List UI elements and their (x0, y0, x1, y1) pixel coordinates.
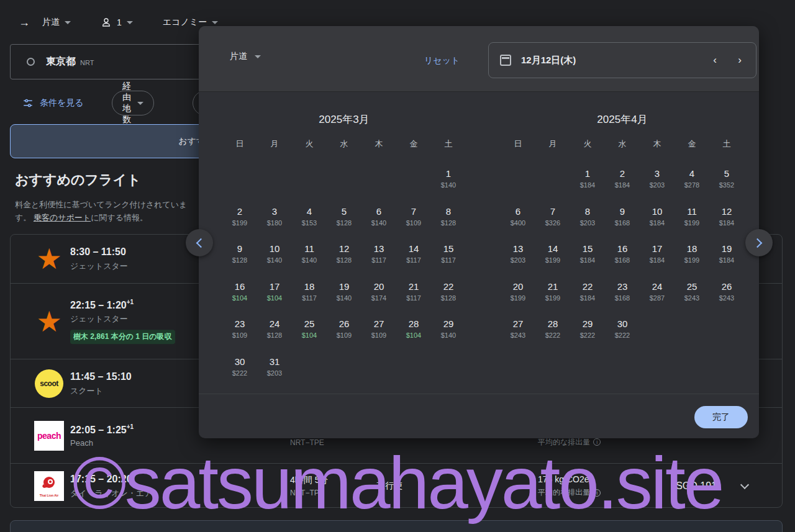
calendar-day[interactable]: 13$117 (361, 240, 396, 278)
calendar-day[interactable]: 23$168 (605, 278, 640, 316)
calendar-day[interactable]: 8$128 (431, 203, 466, 241)
calendar-day[interactable]: 10$184 (640, 203, 675, 241)
day-price: $168 (615, 219, 630, 227)
calendar-day[interactable]: 17$104 (257, 278, 292, 316)
calendar-day[interactable]: 16$168 (605, 240, 640, 278)
calendar-day[interactable]: 25$243 (675, 278, 709, 316)
day-price: $140 (337, 294, 352, 302)
day-price: $400 (511, 219, 525, 227)
calendar-day[interactable]: 5$352 (709, 165, 744, 203)
flight-duration: 4時間 5分 (290, 475, 328, 486)
calendar-day[interactable]: 11$140 (292, 240, 327, 278)
calendar-day[interactable]: 14$117 (396, 240, 431, 278)
calendar-day[interactable]: 18$199 (675, 240, 709, 278)
weekday-label: 火 (292, 133, 327, 155)
calendar-day[interactable]: 27$243 (501, 315, 535, 353)
calendar-day[interactable]: 17$184 (640, 240, 675, 278)
calendar-day[interactable]: 8$203 (570, 203, 605, 241)
calendar-day[interactable]: 6$140 (361, 203, 396, 241)
calendar-day[interactable]: 23$109 (222, 315, 257, 353)
calendar-day[interactable]: 29$222 (570, 315, 605, 353)
passenger-support-link[interactable]: 乗客のサポート (34, 213, 91, 222)
airline-logo: Thai Lion Air (29, 464, 69, 508)
calendar-day[interactable]: 26$109 (327, 315, 361, 353)
expand-flight-icon[interactable] (740, 480, 749, 489)
departure-date-field[interactable]: 12月12日(木) ‹ › (488, 42, 756, 78)
day-number: 7 (550, 205, 555, 218)
calendar-day[interactable]: 15$117 (431, 240, 466, 278)
next-day-button[interactable]: › (729, 43, 751, 78)
calendar-day[interactable]: 7$326 (535, 203, 570, 241)
calendar-day[interactable]: 9$128 (222, 240, 257, 278)
day-number: 31 (270, 356, 280, 368)
day-number: 18 (304, 281, 315, 293)
calendar-day[interactable]: 30$222 (605, 315, 640, 353)
calendar-day[interactable]: 31$203 (257, 353, 292, 391)
flight-time: 17:15 – 20:20 (70, 473, 152, 485)
show-filters-link[interactable]: 条件を見る (40, 97, 84, 109)
calendar-day[interactable]: 14$199 (535, 240, 570, 278)
calendar-day[interactable]: 30$222 (222, 353, 257, 391)
passengers-dropdown[interactable]: 1 (94, 12, 139, 32)
next-flight-card-edge[interactable] (10, 520, 783, 532)
prev-day-button[interactable]: ‹ (704, 43, 726, 78)
day-price: $203 (267, 369, 282, 377)
calendar-day[interactable]: 3$203 (640, 165, 675, 203)
flight-row[interactable]: Thai Lion Air17:15 – 20:20タイ・ライオン・エア4時間 … (11, 463, 782, 508)
day-number: 26 (722, 281, 732, 293)
calendar-day[interactable]: 28$104 (396, 315, 431, 353)
info-icon[interactable]: i (593, 438, 601, 446)
calendar-day[interactable]: 28$222 (535, 315, 570, 353)
day-price: $117 (302, 294, 317, 302)
calendar-day[interactable]: 9$168 (605, 203, 640, 241)
calendar-day[interactable]: 15$184 (570, 240, 605, 278)
calendar-day[interactable]: 29$140 (431, 315, 466, 353)
calendar-day[interactable]: 24$287 (640, 278, 675, 316)
calendar-day[interactable]: 19$184 (709, 240, 744, 278)
calendar-day[interactable]: 26$243 (709, 278, 744, 316)
calendar-day[interactable]: 24$128 (257, 315, 292, 353)
chevron-down-icon (127, 21, 133, 24)
calendar-day[interactable]: 12$128 (327, 240, 361, 278)
day-price: $140 (371, 219, 386, 227)
prev-month-button[interactable] (186, 229, 213, 256)
calendar-day[interactable]: 4$153 (292, 203, 327, 241)
reset-button[interactable]: リセット (424, 55, 460, 66)
info-icon[interactable]: i (593, 489, 601, 497)
calendar-day[interactable]: 21$117 (396, 278, 431, 316)
calendar-day[interactable]: 4$278 (675, 165, 709, 203)
calendar-day[interactable]: 20$174 (361, 278, 396, 316)
calendar-day[interactable]: 6$400 (501, 203, 535, 241)
day-price: $168 (615, 256, 630, 264)
calendar-day[interactable]: 3$180 (257, 203, 292, 241)
calendar-day[interactable]: 1$140 (431, 165, 466, 203)
calendar-day[interactable]: 19$140 (327, 278, 361, 316)
calendar-day[interactable]: 12$184 (709, 203, 744, 241)
calendar-day[interactable]: 2$184 (605, 165, 640, 203)
calendar-day[interactable]: 11$199 (675, 203, 709, 241)
calendar-day[interactable]: 21$199 (535, 278, 570, 316)
calendar-day[interactable]: 18$117 (292, 278, 327, 316)
next-month-button[interactable] (745, 229, 773, 256)
calendar-day[interactable]: 27$109 (361, 315, 396, 353)
calendar-day[interactable]: 7$109 (396, 203, 431, 241)
calendar-day[interactable]: 16$104 (222, 278, 257, 316)
day-number: 15 (443, 243, 454, 255)
trip-type-dropdown[interactable]: 片道 (36, 12, 77, 32)
calendar-day[interactable]: 22$128 (431, 278, 466, 316)
calendar-day[interactable]: 22$184 (570, 278, 605, 316)
calendar-day[interactable]: 13$203 (501, 240, 535, 278)
done-button[interactable]: 完了 (694, 406, 748, 428)
dialog-trip-type-dropdown[interactable]: 片道 (230, 51, 261, 62)
calendar-day[interactable]: 5$128 (327, 203, 361, 241)
calendar-day[interactable]: 2$199 (222, 203, 257, 241)
day-price: $109 (371, 331, 386, 339)
calendar-day[interactable]: 25$104 (292, 315, 327, 353)
stops-filter-pill[interactable]: 経由地数 (112, 91, 154, 115)
trip-type-value: 片道 (42, 17, 60, 28)
chevron-left-icon (196, 238, 206, 248)
day-price: $184 (650, 219, 665, 227)
calendar-day[interactable]: 10$140 (257, 240, 292, 278)
calendar-day[interactable]: 1$184 (570, 165, 605, 203)
calendar-day[interactable]: 20$199 (501, 278, 535, 316)
